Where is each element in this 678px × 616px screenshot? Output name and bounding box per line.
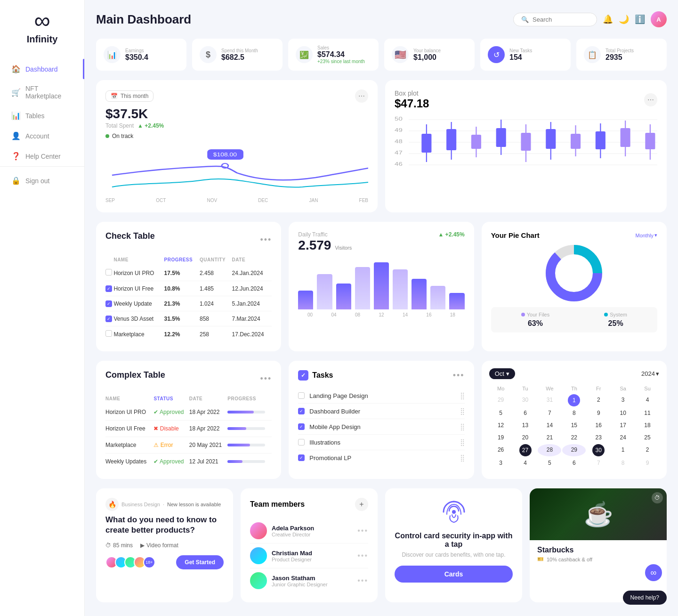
calendar-day[interactable]: 1 (611, 444, 635, 456)
calendar-day[interactable]: 29 (489, 394, 513, 406)
calendar-day[interactable]: 19 (489, 432, 513, 443)
line-chart-more[interactable]: ⋯ (355, 89, 368, 103)
row-checkbox[interactable] (105, 269, 112, 276)
calendar-day[interactable]: 2 (587, 394, 610, 406)
earnings-label: Earnings (125, 48, 148, 53)
box-plot-more[interactable]: ⋯ (644, 93, 657, 106)
calendar-year-btn[interactable]: 2024 ▾ (641, 370, 659, 377)
calendar-day[interactable]: 31 (538, 394, 561, 406)
complex-table-more[interactable]: ••• (260, 374, 272, 384)
calendar-day[interactable]: 9 (636, 457, 659, 469)
calendar-day[interactable]: 4 (636, 394, 659, 406)
row-checkbox[interactable]: ✓ (105, 316, 112, 322)
month-badge[interactable]: 📅 This month (105, 90, 153, 102)
sidebar-item-nft[interactable]: 🛒 NFT Marketplace (0, 79, 84, 105)
calendar-day[interactable]: 25 (636, 432, 659, 443)
calendar-day[interactable]: 8 (611, 457, 635, 469)
member-more-icon[interactable]: ••• (357, 551, 368, 560)
task-checkbox[interactable]: ✓ (298, 408, 305, 414)
files-label: Your Files (527, 312, 550, 317)
sidebar-item-tables[interactable]: 📊 Tables (0, 105, 84, 126)
lesson-format: ▶ Video format (140, 542, 178, 549)
info-icon[interactable]: ℹ️ (635, 14, 645, 24)
calendar-day[interactable]: 3 (489, 457, 513, 469)
calendar-day[interactable]: 30 (592, 444, 605, 456)
traffic-label: Daily Traffic (298, 231, 352, 238)
sidebar-item-account[interactable]: 👤 Account (0, 126, 84, 146)
tasks-more[interactable]: ••• (453, 371, 465, 381)
calendar-day[interactable]: 16 (587, 420, 610, 431)
calendar-day[interactable]: 1 (568, 394, 580, 406)
calendar-day[interactable]: 4 (514, 457, 537, 469)
calendar-day[interactable]: 22 (562, 432, 586, 443)
calendar-day[interactable]: 27 (519, 444, 532, 456)
complex-table-title: Complex Table (105, 370, 165, 380)
check-table-more[interactable]: ••• (260, 235, 272, 245)
calendar-day[interactable]: 10 (611, 407, 635, 419)
calendar-day[interactable]: 3 (611, 394, 635, 406)
calendar-day[interactable]: 5 (489, 407, 513, 419)
bar-item (393, 269, 408, 309)
calendar-day[interactable]: 11 (636, 407, 659, 419)
calendar-day[interactable]: 6 (562, 457, 586, 469)
get-started-button[interactable]: Get Started (176, 555, 224, 569)
search-box[interactable]: 🔍 (513, 13, 597, 26)
cards-button[interactable]: Cards (395, 566, 513, 583)
notification-icon[interactable]: 🔔 (603, 14, 613, 24)
task-checkbox[interactable] (298, 439, 305, 446)
calendar-day[interactable]: 21 (538, 432, 561, 443)
calendar-icon: 📅 (111, 93, 118, 99)
files-dot (521, 313, 525, 316)
calendar-day[interactable]: 18 (636, 420, 659, 431)
row-checkbox[interactable] (105, 330, 112, 337)
calendar-day[interactable]: 15 (562, 420, 586, 431)
svg-rect-28 (596, 131, 605, 149)
calendar-day[interactable]: 23 (587, 432, 610, 443)
table-row: Marketplace 12.2% 258 17.Dec.2024 (105, 326, 272, 342)
calendar-day[interactable]: 2 (636, 444, 659, 456)
member-role: Product Designer (272, 557, 312, 562)
calendar-day[interactable]: 8 (562, 407, 586, 419)
monthly-dropdown[interactable]: Monthly ▾ (635, 232, 657, 238)
list-item: Landing Page Design ⣿ (298, 388, 464, 404)
calendar-day[interactable]: 9 (587, 407, 610, 419)
sidebar-item-help[interactable]: ❓ Help Center (0, 146, 84, 166)
moon-icon[interactable]: 🌙 (619, 14, 629, 24)
bar-xaxis: 00 04 08 12 14 16 18 (298, 312, 464, 317)
need-help-button[interactable]: Need help? (623, 591, 667, 605)
chevron-icon: ▾ (506, 370, 509, 377)
starbucks-infinity-icon[interactable]: ∞ (645, 564, 662, 581)
calendar-day[interactable]: 14 (538, 420, 561, 431)
calendar-day[interactable]: 5 (538, 457, 561, 469)
sidebar-item-dashboard[interactable]: 🏠 Dashboard (0, 59, 84, 79)
calendar-day[interactable]: 30 (514, 394, 537, 406)
calendar-day[interactable]: 20 (514, 432, 537, 443)
calendar-day[interactable]: 28 (538, 444, 561, 456)
sidebar-item-signout[interactable]: 🔒 Sign out (0, 166, 84, 191)
progress-bar (227, 411, 265, 413)
task-checkbox[interactable]: ✓ (298, 454, 305, 461)
task-checkbox[interactable] (298, 392, 305, 399)
avatar[interactable]: A (651, 11, 667, 27)
member-more-icon[interactable]: ••• (357, 576, 368, 585)
calendar-day[interactable]: 7 (538, 407, 561, 419)
pie-svg (546, 245, 602, 301)
calendar-day[interactable]: 12 (489, 420, 513, 431)
member-avatar (250, 547, 267, 564)
add-member-button[interactable]: + (355, 498, 368, 511)
calendar-day[interactable]: 26 (489, 444, 513, 456)
box-plot-header: Box plot $47.18 ⋯ (395, 89, 657, 110)
calendar-day[interactable]: 7 (587, 457, 610, 469)
member-more-icon[interactable]: ••• (357, 527, 368, 535)
calendar-day[interactable]: 17 (611, 420, 635, 431)
calendar-day[interactable]: 29 (562, 444, 586, 456)
starbucks-more-icon[interactable]: ⏱ (652, 492, 663, 503)
task-checkbox[interactable]: ✓ (298, 423, 305, 430)
search-input[interactable] (533, 16, 589, 23)
calendar-day[interactable]: 6 (514, 407, 537, 419)
calendar-month-btn[interactable]: Oct ▾ (489, 368, 515, 379)
row-checkbox[interactable]: ✓ (105, 285, 112, 292)
calendar-day[interactable]: 24 (611, 432, 635, 443)
calendar-day[interactable]: 13 (514, 420, 537, 431)
row-checkbox[interactable]: ✓ (105, 300, 112, 307)
